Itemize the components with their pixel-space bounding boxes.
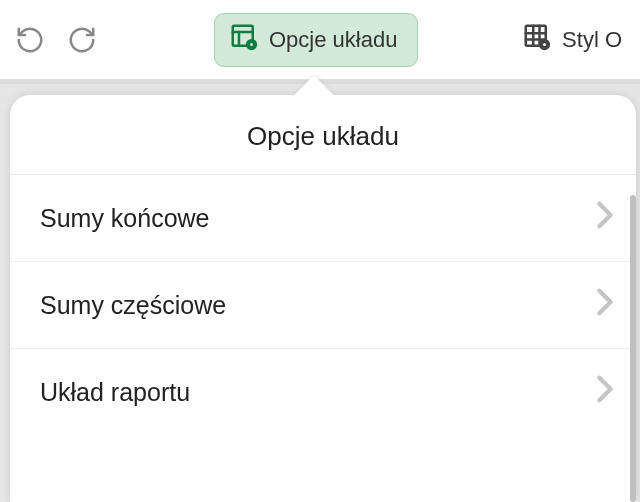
undo-button[interactable] [10,20,50,60]
menu-item-label: Sumy częściowe [40,291,226,320]
style-grid-icon [522,22,552,58]
chevron-right-icon [596,375,614,409]
svg-point-11 [543,43,546,46]
popover-title: Opcje układu [10,95,636,175]
menu-item-label: Sumy końcowe [40,204,210,233]
menu-item-grand-totals[interactable]: Sumy końcowe [10,175,636,262]
menu-item-label: Układ raportu [40,378,190,407]
toolbar: Opcje układu Styl O [0,0,640,80]
menu-item-report-layout[interactable]: Układ raportu [10,349,636,435]
style-button[interactable]: Styl O [514,13,630,67]
chevron-right-icon [596,288,614,322]
scroll-indicator[interactable] [630,195,636,502]
chevron-right-icon [596,201,614,235]
undo-icon [15,25,45,55]
layout-options-popover: Opcje układu Sumy końcowe Sumy częściowe… [10,95,636,502]
redo-button[interactable] [62,20,102,60]
style-label: Styl O [562,27,622,53]
layout-options-button[interactable]: Opcje układu [214,13,418,67]
svg-point-4 [250,43,253,46]
popover-menu: Sumy końcowe Sumy częściowe Układ raport… [10,175,636,435]
redo-icon [67,25,97,55]
menu-item-subtotals[interactable]: Sumy częściowe [10,262,636,349]
layout-options-icon [229,22,259,58]
layout-options-label: Opcje układu [269,27,397,53]
